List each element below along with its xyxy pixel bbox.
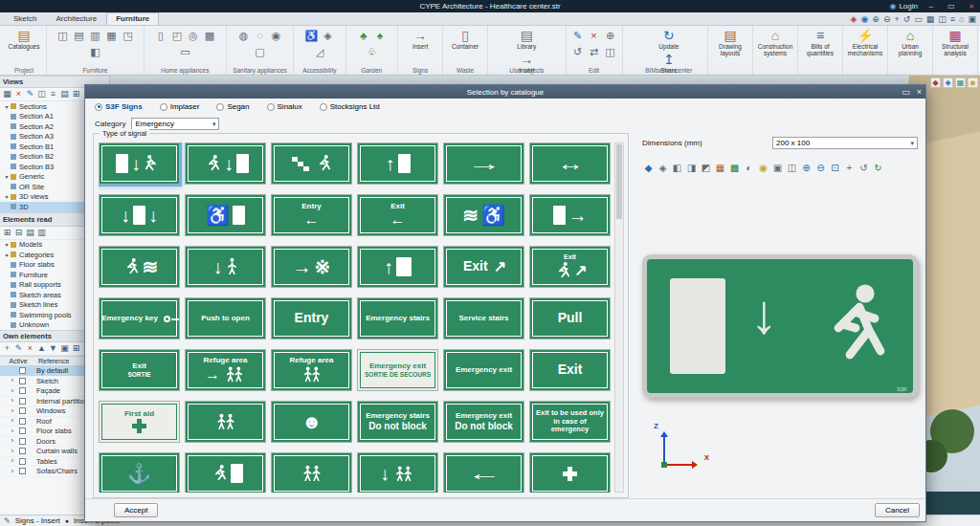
bed-icon[interactable]: ▤ xyxy=(72,29,86,43)
sign-tile-emergency-exit[interactable]: Emergency exit xyxy=(443,349,524,391)
dialog-titlebar[interactable]: Selection by catalogue ▭ × xyxy=(85,85,925,99)
sign-tile-emergency-exit-do-not-block[interactable]: Emergency exitDo not block xyxy=(443,401,524,443)
active-checkbox[interactable] xyxy=(19,367,26,374)
snapshot-icon[interactable]: ◫ xyxy=(786,162,798,174)
stove-icon[interactable]: ▩ xyxy=(202,29,216,43)
sign-tile-refuge-area-arrow[interactable]: Refuge area→ xyxy=(185,349,266,391)
update-button[interactable]: ↻Update xyxy=(651,29,687,51)
sign-tile-wheelchair-exit[interactable]: ♿ xyxy=(185,194,266,236)
select-icon[interactable]: ▣ xyxy=(968,13,976,25)
shower-icon[interactable]: ◉ xyxy=(269,29,283,43)
zoom-fit-icon[interactable]: ⊡ xyxy=(829,162,841,174)
camera-icon[interactable]: ▣ xyxy=(771,162,784,174)
catalog-radio-s3f-signs[interactable]: S3F Signs xyxy=(95,102,143,111)
sign-tile-exit-run-door[interactable] xyxy=(185,452,266,493)
new-view-icon[interactable]: ▦ xyxy=(2,89,12,99)
dialog-restore-button[interactable]: ▭ xyxy=(902,87,910,97)
catalog-radio-sinalux[interactable]: Sinalux xyxy=(267,102,302,111)
list-icon[interactable]: ≡ xyxy=(950,13,955,25)
sign-tile-door-arrow-up[interactable]: ↑ xyxy=(357,142,438,185)
plant-icon[interactable]: ♧ xyxy=(365,45,379,59)
sort-view-icon[interactable]: ▤ xyxy=(59,89,70,99)
sign-tile-emergency-exit-sortie[interactable]: Emergency exitSORTIE DE SECOURS xyxy=(357,349,438,391)
close-button[interactable]: × xyxy=(965,2,978,11)
scene-settings-icon[interactable]: ◈ xyxy=(851,13,858,25)
delete-view-icon[interactable]: × xyxy=(13,89,24,99)
active-checkbox[interactable] xyxy=(19,458,26,465)
signs-scrollbar[interactable] xyxy=(614,142,624,493)
tab-sketch[interactable]: Sketch xyxy=(4,12,46,25)
sign-tile-emergency-key[interactable]: Emergency key xyxy=(99,297,180,340)
library-button[interactable]: ▤Library xyxy=(508,29,545,51)
collapse-tree-icon[interactable]: ⊟ xyxy=(13,228,24,238)
orbit-icon[interactable]: ↺ xyxy=(858,162,870,174)
sign-tile-arrow-left-right[interactable]: ↔ xyxy=(529,142,611,185)
layers-icon[interactable]: ◫ xyxy=(938,13,947,25)
sign-tile-exit-sortie[interactable]: ExitSORTIE xyxy=(99,349,180,391)
sign-tile-exit-emergency-use-only[interactable]: Exit to be used only in case of emergenc… xyxy=(529,401,611,443)
viewport-orbit-icon[interactable]: ◈ xyxy=(943,77,953,88)
sign-tile-entry-arrow[interactable]: Entry← xyxy=(271,194,352,236)
fridge-icon[interactable]: ▯ xyxy=(153,29,167,43)
active-checkbox[interactable] xyxy=(19,448,26,454)
electrical-mechanisms-button[interactable]: ⚡Electrical mechanisms xyxy=(847,29,883,57)
expand-all-icon[interactable]: ⊞ xyxy=(71,89,81,99)
viewport-light-icon[interactable]: ◉ xyxy=(968,77,978,88)
viewport-select-icon[interactable]: ◆ xyxy=(930,77,941,88)
move-icon[interactable]: ◫ xyxy=(603,45,617,59)
tab-furniture[interactable]: Furniture xyxy=(106,12,159,25)
sign-tile-people-arrow-down[interactable]: ↓ xyxy=(357,452,438,493)
pan-icon[interactable]: + xyxy=(894,13,899,25)
bills-of-quantities-button[interactable]: ≡Bills of quantities xyxy=(802,29,838,57)
move-up-icon[interactable]: ▲ xyxy=(36,343,47,354)
select-all-icon[interactable]: ▣ xyxy=(59,343,70,354)
side-view-icon[interactable]: ◨ xyxy=(685,162,698,174)
catalog-radio-segan[interactable]: Segan xyxy=(216,102,249,111)
isometric-view-icon[interactable]: ◈ xyxy=(657,162,669,174)
login-button[interactable]: ◉ Login xyxy=(889,2,918,11)
add-icon[interactable]: + xyxy=(2,343,12,354)
sign-tile-exit-text[interactable]: Exit xyxy=(529,349,611,391)
minimize-button[interactable]: – xyxy=(924,2,938,11)
top-view-icon[interactable]: ◩ xyxy=(700,162,712,174)
zoom-out-icon[interactable]: ⊖ xyxy=(883,13,891,25)
sign-tile-door-arrow-down[interactable]: ↓↓ xyxy=(99,194,180,236)
oven-icon[interactable]: ◰ xyxy=(169,29,184,43)
sign-tile-escape-mask[interactable]: ☻ xyxy=(271,401,352,443)
catalogues-button[interactable]: ▤Catalogues xyxy=(6,29,42,51)
sign-tile-refuge-wheelchair[interactable]: ≋♿ xyxy=(443,194,524,236)
tv-icon[interactable]: ▭ xyxy=(178,45,192,59)
active-checkbox[interactable] xyxy=(19,418,26,425)
orbit-icon[interactable]: ↺ xyxy=(903,13,911,25)
expand-tree-icon[interactable]: ⊞ xyxy=(2,228,12,238)
sign-tile-exit-arrow-left[interactable]: Exit← xyxy=(357,194,438,236)
container-button[interactable]: ▯Container xyxy=(447,29,483,51)
wardrobe-icon[interactable]: ◫ xyxy=(56,29,70,43)
sign-tile-escape-water[interactable]: ≋ xyxy=(99,246,180,288)
sign-tile-assembly-point-2[interactable] xyxy=(271,452,352,493)
bath-icon[interactable]: ▢ xyxy=(253,45,267,59)
sign-tile-emergency-stairs[interactable]: Emergency stairs xyxy=(357,297,438,340)
table-icon[interactable]: ◳ xyxy=(121,29,135,43)
sign-tile-exit-door-right-down[interactable]: ↓ xyxy=(185,142,266,185)
cancel-button[interactable]: Cancel xyxy=(875,503,920,517)
sign-tile-safety-shower[interactable]: →※ xyxy=(271,246,352,288)
washer-icon[interactable]: ◎ xyxy=(186,29,200,43)
light-icon[interactable]: ◉ xyxy=(757,162,769,174)
active-checkbox[interactable] xyxy=(19,398,26,405)
sign-tile-assembly-point[interactable] xyxy=(185,401,266,443)
sign-tile-exit-door-left-down[interactable]: ↓ xyxy=(99,142,180,185)
toilet-icon[interactable]: ◌ xyxy=(253,29,267,43)
sign-tile-arrow-right[interactable]: → xyxy=(443,142,524,185)
grid-icon[interactable]: ▦ xyxy=(926,13,935,25)
palette-icon[interactable]: ▦ xyxy=(714,162,726,174)
window-icon[interactable]: ▭ xyxy=(914,13,923,25)
construction-systems-button[interactable]: ⌂Construction systems xyxy=(757,29,793,57)
sign-tile-pull-text[interactable]: Pull xyxy=(529,297,611,340)
delete-icon[interactable]: × xyxy=(25,343,35,354)
zoom-out-icon[interactable]: ⊖ xyxy=(814,162,827,174)
zoom-in-icon[interactable]: ⊕ xyxy=(872,13,880,25)
structural-analysis-button[interactable]: ▦Structural analysis xyxy=(937,29,973,57)
active-checkbox[interactable] xyxy=(19,438,26,445)
catalog-radio-stocksigns-ltd[interactable]: Stocksigns Ltd xyxy=(320,102,380,111)
